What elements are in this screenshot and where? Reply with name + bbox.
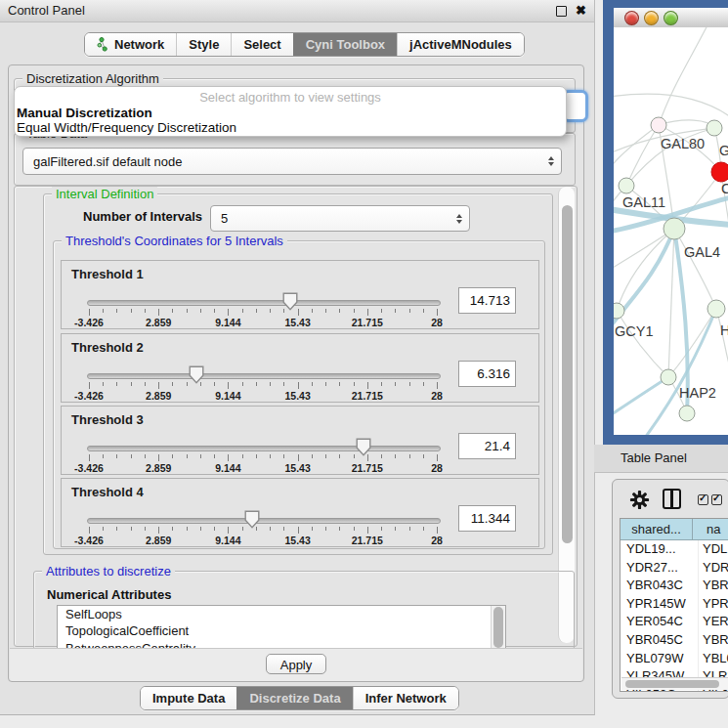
column-header-shared-name[interactable]: shared... (621, 519, 693, 539)
network-edge[interactable] (614, 125, 659, 181)
slider-track[interactable] (87, 518, 441, 524)
tab-infer-network[interactable]: Infer Network (353, 687, 458, 709)
slider-tick (367, 309, 368, 316)
dropdown-option-manual-discretization[interactable]: Manual Discretization (15, 106, 566, 120)
float-window-icon[interactable] (556, 6, 567, 17)
table-row[interactable]: YDR27...YDR2 (621, 559, 728, 578)
discretization-algorithm-label: Discretization Algorithm (22, 71, 163, 86)
network-view-window: GAL80GCGAL11GAL4GCY1HHAP2 (603, 0, 728, 445)
slider-tick (214, 382, 215, 386)
slider-tick (256, 309, 257, 313)
combobox-stepper-icon (548, 156, 554, 166)
cell-name: YDL1 (699, 540, 728, 559)
network-edge[interactable] (617, 229, 674, 311)
slider-tick (242, 382, 243, 386)
slider-thumb[interactable] (189, 365, 204, 384)
close-icon[interactable]: ✖ (576, 0, 586, 21)
slider-tick (172, 309, 173, 313)
slider-tick (131, 527, 132, 531)
cell-shared-name: YDR27... (621, 559, 699, 578)
settings-gear-icon[interactable] (629, 490, 650, 514)
cell-shared-name: YDL19... (621, 540, 699, 559)
slider-track[interactable] (87, 446, 441, 451)
network-icon (97, 37, 108, 52)
network-node[interactable] (661, 369, 676, 385)
network-node[interactable] (619, 178, 634, 193)
threshold-panel-3: Threshold 3-3.4262.8599.14415.4321.71528… (61, 406, 539, 475)
traffic-light-minimize-icon[interactable] (644, 11, 659, 25)
table-row[interactable]: YPR145WYPR1 (621, 595, 728, 614)
scrollbar-thumb[interactable] (562, 205, 573, 543)
network-edge[interactable] (659, 120, 714, 128)
slider-tick-label: 28 (406, 390, 468, 402)
table-row[interactable]: YBL079WYBL0 (621, 650, 728, 668)
network-node[interactable] (679, 406, 695, 421)
threshold-coordinates-label: Threshold's Coordinates for 5 Intervals (62, 234, 287, 248)
slider-tick (158, 454, 159, 461)
slider-thumb[interactable] (282, 292, 298, 311)
slider-track[interactable] (87, 373, 441, 379)
list-vertical-scrollbar[interactable] (491, 606, 505, 649)
table-row[interactable]: YBR045CYBR0 (621, 631, 728, 650)
network-window-titlebar[interactable] (614, 8, 728, 28)
dropdown-option-equal-width-frequency-discretization[interactable]: Equal Width/Frequency Discretization (15, 120, 566, 135)
threshold-value-field[interactable]: 6.316 (458, 361, 516, 387)
tab-jactivemnodules[interactable]: jActiveMNodules (397, 33, 524, 56)
network-node[interactable] (707, 120, 722, 136)
network-edge[interactable] (617, 311, 668, 377)
table-panel-title: Table Panel (621, 450, 687, 465)
network-node-label: C (721, 181, 728, 196)
slider-tick (354, 454, 355, 458)
slider-tick (312, 309, 313, 313)
table-data-combobox[interactable]: galFiltered.sif default node (22, 148, 562, 175)
slider-track[interactable] (87, 300, 441, 306)
slider-tick (283, 454, 284, 458)
traffic-light-zoom-icon[interactable] (664, 11, 678, 25)
traffic-light-close-icon[interactable] (624, 11, 639, 25)
network-edge[interactable] (668, 309, 716, 377)
network-node[interactable] (651, 117, 666, 133)
apply-button[interactable]: Apply (266, 654, 326, 674)
tab-label: Network (114, 37, 164, 52)
scrollbar-thumb[interactable] (625, 680, 719, 688)
slider-thumb[interactable] (244, 510, 260, 529)
network-edge[interactable] (614, 94, 728, 117)
slider-thumb[interactable] (356, 438, 371, 456)
table-horizontal-scrollbar[interactable] (621, 677, 728, 690)
numerical-attributes-list[interactable]: SelfLoopsTopologicalCoefficientBetweenne… (57, 605, 506, 650)
table-row[interactable]: YDL19...YDL1 (621, 540, 728, 559)
tab-select[interactable]: Select (231, 33, 292, 56)
tab-network[interactable]: Network (85, 33, 176, 56)
network-node-label: GAL80 (661, 136, 705, 151)
node-table[interactable]: shared... na YDL19...YDL1YDR27...YDR2YBR… (620, 518, 728, 692)
tab-discretize-data[interactable]: Discretize Data (236, 687, 352, 709)
tab-impute-data[interactable]: Impute Data (141, 687, 236, 709)
scrollbar-thumb[interactable] (493, 607, 503, 648)
select-all-checkbox-icon[interactable] (698, 494, 708, 505)
threshold-value-field[interactable]: 11.344 (458, 505, 516, 532)
network-node[interactable] (664, 218, 685, 239)
slider-tick (131, 309, 132, 313)
table-row[interactable]: YBR043CYBR0 (621, 577, 728, 595)
tab-style[interactable]: Style (176, 33, 231, 56)
number-of-intervals-combobox[interactable]: 5 (210, 205, 470, 232)
attribute-list-item[interactable]: SelfLoops (58, 606, 505, 622)
table-row[interactable]: YER054CYER0 (621, 613, 728, 631)
network-node[interactable] (614, 303, 624, 319)
network-edge[interactable] (716, 309, 728, 371)
column-header-name[interactable]: na (693, 519, 728, 539)
network-node[interactable] (707, 300, 725, 318)
threshold-value-field[interactable]: 14.713 (458, 287, 516, 314)
network-node[interactable] (711, 162, 728, 182)
slider-tick (116, 454, 117, 458)
select-all-checkbox-icon[interactable] (711, 494, 722, 505)
network-edge[interactable] (626, 125, 659, 186)
column-selector-icon[interactable] (663, 489, 681, 509)
network-canvas[interactable]: GAL80GCGAL11GAL4GCY1HHAP2 (614, 27, 728, 435)
network-edge[interactable] (668, 229, 674, 377)
slider-tick (381, 382, 382, 386)
tab-cyni-toolbox[interactable]: Cyni Toolbox (293, 33, 397, 56)
threshold-value-field[interactable]: 21.4 (458, 433, 516, 459)
attribute-list-item[interactable]: TopologicalCoefficient (58, 622, 505, 639)
network-edge[interactable] (659, 27, 711, 125)
